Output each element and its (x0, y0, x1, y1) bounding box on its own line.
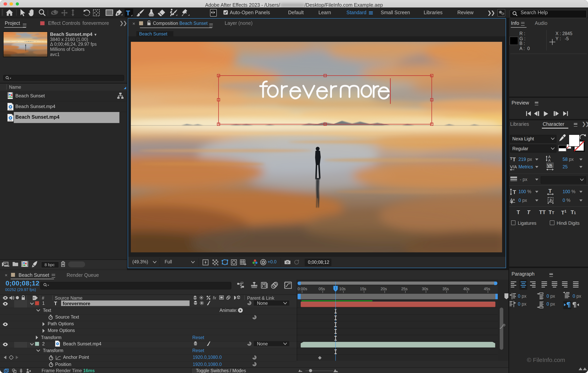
svg-text:fx: fx (213, 295, 216, 300)
svg-text:あ: あ (549, 198, 553, 202)
svg-text:A: A (548, 155, 551, 159)
svg-text:A: A (548, 159, 551, 162)
svg-text:T: T (513, 189, 516, 195)
svg-text:V/A: V/A (510, 164, 517, 169)
svg-text:T: T (548, 189, 552, 194)
